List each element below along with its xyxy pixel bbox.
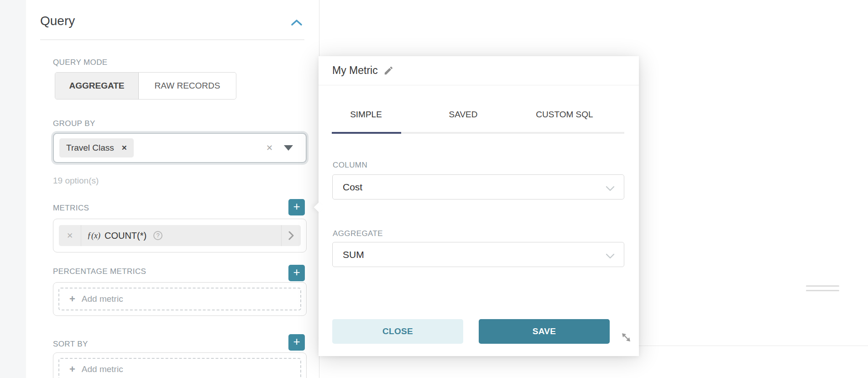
- add-percentage-metric-plus-button[interactable]: +: [288, 265, 305, 281]
- caret-down-icon[interactable]: [284, 145, 293, 151]
- tab-simple[interactable]: SIMPLE: [350, 110, 382, 120]
- section-rule: [40, 39, 304, 40]
- group-by-tag: Travel Class ✕: [59, 138, 134, 158]
- chevron-down-icon: [606, 185, 615, 193]
- metrics-container: ✕ ƒ(x) COUNT(*) ?: [53, 219, 307, 252]
- metric-pill[interactable]: ✕ ƒ(x) COUNT(*) ?: [59, 225, 301, 246]
- query-mode-raw-records-button[interactable]: RAW RECORDS: [139, 73, 236, 99]
- left-rail: [0, 0, 26, 378]
- metric-popover: My Metric SIMPLE SAVED CUSTOM SQL COLUMN…: [319, 56, 639, 356]
- query-mode-aggregate-button[interactable]: AGGREGATE: [55, 73, 139, 99]
- sort-by-container: + Add metric: [53, 352, 307, 378]
- add-metric-placeholder: Add metric: [82, 364, 123, 374]
- pill-separator: [81, 225, 81, 246]
- add-metric-plus-button[interactable]: +: [288, 199, 305, 215]
- edit-pencil-icon[interactable]: [383, 65, 394, 76]
- function-icon: ƒ(x): [87, 231, 100, 241]
- close-button[interactable]: CLOSE: [332, 319, 463, 344]
- aggregate-select[interactable]: SUM: [332, 242, 624, 267]
- tab-custom-sql[interactable]: CUSTOM SQL: [536, 110, 593, 120]
- group-by-select[interactable]: Travel Class ✕ ✕: [53, 133, 307, 163]
- query-mode-toggle: AGGREGATE RAW RECORDS: [55, 72, 236, 100]
- add-plus-icon: +: [69, 363, 75, 375]
- add-sort-by-plus-button[interactable]: +: [288, 334, 305, 351]
- add-sort-by-dropzone[interactable]: + Add metric: [58, 358, 301, 378]
- aggregate-label: AGGREGATE: [333, 229, 383, 238]
- resize-drag-handle[interactable]: [806, 285, 839, 294]
- column-label: COLUMN: [333, 161, 367, 170]
- query-mode-label: QUERY MODE: [53, 58, 108, 67]
- popover-title: My Metric: [332, 64, 378, 77]
- question-circle-icon[interactable]: ?: [153, 231, 162, 240]
- sort-by-label: SORT BY: [53, 340, 88, 349]
- collapse-chevron-up-icon[interactable]: [291, 19, 303, 27]
- metric-remove-icon[interactable]: ✕: [59, 231, 81, 241]
- save-button[interactable]: SAVE: [479, 319, 610, 344]
- metrics-label: METRICS: [53, 204, 89, 213]
- options-count-text: 19 option(s): [53, 176, 99, 186]
- chevron-right-icon[interactable]: [282, 231, 301, 240]
- group-by-label: GROUP BY: [53, 119, 95, 128]
- column-select[interactable]: Cost: [332, 174, 624, 200]
- resize-diagonal-icon[interactable]: [619, 331, 633, 344]
- drag-handle-line: [806, 285, 839, 287]
- chevron-down-icon: [606, 252, 615, 261]
- percentage-metrics-label: PERCENTAGE METRICS: [53, 267, 146, 276]
- add-metric-placeholder: Add metric: [82, 294, 123, 304]
- tab-ink-bar: [332, 132, 401, 134]
- chart-builder-screen: Query QUERY MODE AGGREGATE RAW RECORDS G…: [0, 0, 868, 378]
- popover-header: My Metric: [319, 56, 639, 85]
- add-percentage-metric-dropzone[interactable]: + Add metric: [58, 288, 301, 310]
- metric-expression: COUNT(*): [105, 231, 146, 241]
- add-plus-icon: +: [69, 293, 75, 305]
- clear-all-icon[interactable]: ✕: [266, 143, 273, 153]
- aggregate-select-value: SUM: [343, 249, 364, 260]
- drag-handle-line: [806, 290, 839, 291]
- tab-saved[interactable]: SAVED: [449, 110, 477, 120]
- query-section-title: Query: [40, 14, 75, 28]
- popover-arrow: [314, 202, 324, 213]
- column-select-value: Cost: [343, 182, 362, 193]
- group-by-tag-label: Travel Class: [66, 143, 114, 153]
- tag-remove-icon[interactable]: ✕: [121, 144, 127, 152]
- percentage-metrics-container: + Add metric: [53, 282, 307, 316]
